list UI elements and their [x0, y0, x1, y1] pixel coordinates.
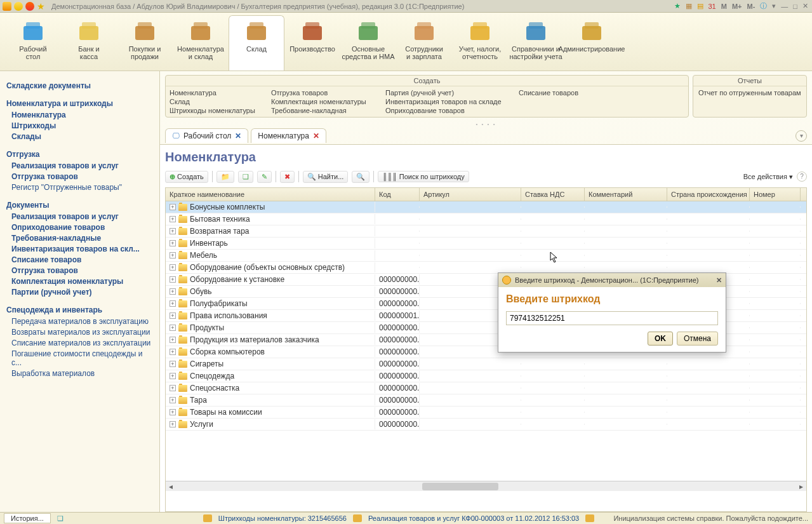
- sidebar-link[interactable]: Реализация товаров и услуг: [11, 212, 153, 221]
- sidebar-section-documents-h[interactable]: Документы: [6, 201, 153, 210]
- column-header[interactable]: Комментарий: [585, 188, 667, 201]
- grid-icon[interactable]: ▦: [684, 2, 693, 10]
- sidebar-link[interactable]: Оприходование товаров: [11, 223, 153, 232]
- sidebar-link[interactable]: Номенклатура: [11, 111, 153, 119]
- status-link-2[interactable]: Реализация товаров и услуг КФ00-000003 о…: [368, 514, 579, 522]
- expand-icon[interactable]: +: [170, 409, 176, 415]
- toolbar-section-9[interactable]: Справочники инастройки учета: [508, 15, 564, 71]
- expand-icon[interactable]: +: [170, 349, 176, 355]
- toolbar-section-7[interactable]: Сотрудникии зарплата: [396, 15, 452, 71]
- expand-icon[interactable]: +: [170, 252, 176, 259]
- sidebar-link[interactable]: Передача материалов в эксплуатацию: [11, 317, 153, 326]
- memory-m[interactable]: M: [720, 3, 728, 10]
- close-button[interactable]: ✕: [801, 2, 809, 10]
- tab-close-icon[interactable]: ✕: [313, 131, 319, 140]
- memory-mplus[interactable]: M+: [731, 3, 743, 10]
- all-actions-menu[interactable]: Все действия ▾: [743, 173, 793, 181]
- table-row[interactable]: +Возвратная тара: [166, 225, 806, 238]
- dropdown-icon[interactable]: ▾: [771, 2, 777, 10]
- toolbar-section-6[interactable]: Основныесредства и НМА: [340, 15, 396, 71]
- sidebar-link[interactable]: Регистр "Отгруженные товары": [11, 183, 153, 192]
- horizontal-scrollbar[interactable]: ◂ ▸: [166, 481, 806, 491]
- create-button[interactable]: ⊕Создать: [165, 171, 208, 183]
- table-row[interactable]: +Сигареты000000000...: [166, 358, 806, 370]
- scroll-thumb[interactable]: [422, 483, 498, 490]
- expand-icon[interactable]: +: [170, 264, 176, 271]
- delete-button[interactable]: ✖: [280, 171, 295, 183]
- table-row[interactable]: +Бытовая техника: [166, 213, 806, 225]
- sidebar-section-shipment-h[interactable]: Отгрузка: [6, 150, 153, 159]
- sidebar-link[interactable]: Выработка материалов: [11, 369, 153, 378]
- tab-close-icon[interactable]: ✕: [235, 131, 241, 140]
- clear-find-button[interactable]: 🔍: [352, 171, 369, 183]
- table-row[interactable]: +Товары на комиссии000000000...: [166, 406, 806, 419]
- expand-icon[interactable]: +: [170, 216, 176, 222]
- new-folder-button[interactable]: 📁: [216, 171, 234, 183]
- windows-icon[interactable]: ❏: [57, 514, 63, 523]
- cancel-button[interactable]: Отмена: [677, 332, 718, 346]
- table-row[interactable]: +Спецодежда000000000...: [166, 370, 806, 382]
- column-header[interactable]: Код: [375, 188, 420, 201]
- toolbar-section-4[interactable]: Склад: [229, 15, 284, 71]
- record-icon[interactable]: [25, 2, 34, 11]
- calc-icon[interactable]: ▤: [696, 2, 705, 10]
- expand-icon[interactable]: +: [170, 325, 176, 331]
- expand-icon[interactable]: +: [170, 204, 176, 210]
- create-link[interactable]: Штрихкоды номенклатуры: [170, 107, 265, 114]
- expand-icon[interactable]: +: [170, 228, 176, 234]
- toolbar-section-1[interactable]: Банк икасса: [61, 15, 117, 71]
- sidebar-link[interactable]: Реализация товаров и услуг: [11, 161, 153, 170]
- expand-menu-button[interactable]: ▾: [795, 130, 807, 142]
- expand-icon[interactable]: +: [170, 276, 176, 283]
- barcode-search-button[interactable]: ║║║Поиск по штрихкоду: [378, 171, 469, 182]
- sidebar-link[interactable]: Штрихкоды: [11, 121, 153, 130]
- modal-close-icon[interactable]: ✕: [716, 276, 722, 285]
- info-icon[interactable]: ⓘ: [759, 1, 768, 11]
- create-link[interactable]: Отгрузка товаров: [271, 89, 379, 97]
- sidebar-link[interactable]: Отгрузка товаров: [11, 266, 153, 275]
- expand-icon[interactable]: +: [170, 288, 176, 295]
- maximize-button[interactable]: □: [792, 3, 799, 10]
- toolbar-section-3[interactable]: Номенклатураи склад: [173, 15, 229, 71]
- table-row[interactable]: +Тара000000000...: [166, 394, 806, 406]
- help-button[interactable]: ?: [797, 171, 807, 182]
- table-row[interactable]: +Услуги000000000...: [166, 419, 806, 431]
- expand-icon[interactable]: +: [170, 385, 176, 391]
- toolbar-section-0[interactable]: Рабочийстол: [5, 15, 61, 71]
- column-header[interactable]: Номер: [750, 188, 801, 201]
- expand-icon[interactable]: +: [170, 240, 176, 246]
- sidebar-section-workwear-h[interactable]: Спецодежда и инвентарь: [6, 306, 153, 314]
- create-link[interactable]: Номенклатура: [170, 89, 265, 97]
- expand-icon[interactable]: +: [170, 373, 176, 379]
- create-link[interactable]: Списание товаров: [519, 89, 595, 97]
- edit-button[interactable]: ✎: [257, 171, 272, 183]
- column-header[interactable]: Страна происхождения: [667, 188, 750, 201]
- sidebar-section-nomenclature-h[interactable]: Номенклатура и штрихкоды: [6, 99, 153, 108]
- tab-nomenclature[interactable]: Номенклатура ✕: [251, 128, 326, 143]
- reports-link[interactable]: Отчет по отгруженным товарам: [693, 86, 806, 99]
- expand-icon[interactable]: +: [170, 337, 176, 343]
- find-button[interactable]: 🔍Найти...: [303, 171, 349, 183]
- history-button[interactable]: История...: [4, 513, 51, 523]
- sidebar-section-docs-h[interactable]: Складские документы: [6, 81, 153, 90]
- status-link-1[interactable]: Штрихкоды номенклатуры: 3215465656: [218, 514, 347, 522]
- sidebar-link[interactable]: Партии (ручной учет): [11, 288, 153, 297]
- column-header[interactable]: Краткое наименование: [166, 188, 375, 201]
- column-header[interactable]: Артикул: [420, 188, 521, 201]
- sidebar-link[interactable]: Возвраты материалов из эксплуатации: [11, 328, 153, 337]
- scroll-left-arrow[interactable]: ◂: [166, 481, 176, 492]
- create-link[interactable]: Оприходование товаров: [385, 107, 512, 114]
- sidebar-link[interactable]: Требования-накладные: [11, 234, 153, 243]
- sidebar-link[interactable]: Отгрузка товаров: [11, 172, 153, 181]
- scroll-right-arrow[interactable]: ▸: [796, 481, 806, 492]
- memory-mminus[interactable]: M-: [746, 3, 757, 10]
- expand-icon[interactable]: +: [170, 421, 176, 427]
- table-row[interactable]: +Инвентарь: [166, 238, 806, 250]
- expand-icon[interactable]: +: [170, 361, 176, 367]
- sidebar-link[interactable]: Погашение стоимости спецодежды и с...: [11, 349, 153, 367]
- star-icon[interactable]: ★: [37, 1, 45, 11]
- toolbar-section-8[interactable]: Учет, налоги,отчетность: [452, 15, 508, 71]
- calendar-icon[interactable]: 31: [707, 3, 717, 10]
- table-row[interactable]: +Мебель: [166, 250, 806, 262]
- toolbar-section-2[interactable]: Покупки ипродажи: [117, 15, 173, 71]
